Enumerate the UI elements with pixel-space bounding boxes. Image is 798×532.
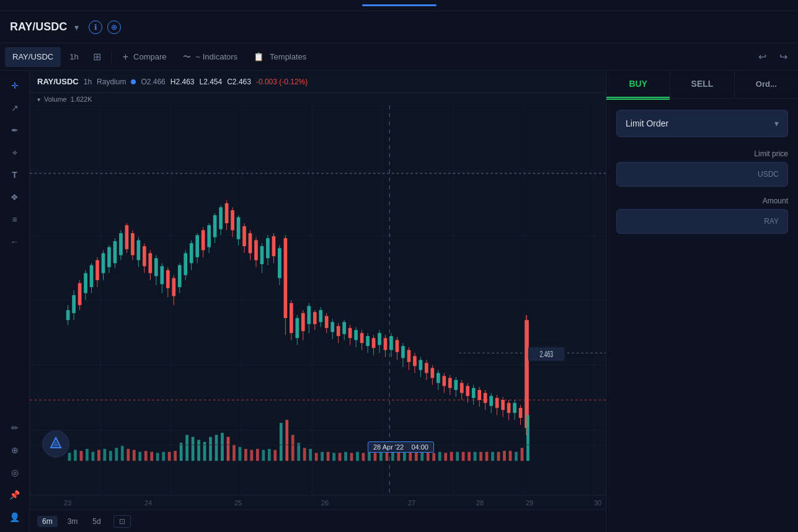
timeline-label-23: 23 <box>64 499 71 507</box>
svg-rect-141 <box>460 383 464 393</box>
svg-rect-79 <box>278 248 282 278</box>
chart-svg-area[interactable]: 2.463 <box>30 105 606 495</box>
svg-rect-89 <box>307 306 311 324</box>
svg-rect-109 <box>366 336 370 346</box>
live-dot <box>131 79 136 84</box>
period-6m[interactable]: 6m <box>37 516 58 527</box>
svg-rect-212 <box>339 453 342 461</box>
svg-rect-210 <box>327 452 330 461</box>
svg-rect-27 <box>125 225 129 249</box>
svg-rect-93 <box>319 310 322 322</box>
trade-body: Limit Order ▾ Limit price USDC Amount RA… <box>606 100 798 532</box>
limit-price-label: Limit price <box>616 149 788 158</box>
info-icon[interactable]: ℹ <box>89 20 102 34</box>
chart-container: RAY/USDC 1h Raydium O2.466 H2.463 L2.454… <box>30 71 606 532</box>
svg-rect-224 <box>409 452 412 461</box>
period-3m[interactable]: 3m <box>63 516 83 527</box>
svg-rect-185 <box>180 443 183 461</box>
svg-rect-217 <box>368 452 371 461</box>
top-bar <box>0 0 798 11</box>
svg-rect-184 <box>174 451 177 461</box>
order-type-dropdown[interactable]: Limit Order ▾ <box>616 110 788 137</box>
svg-rect-169 <box>86 449 89 461</box>
svg-rect-203 <box>285 420 288 461</box>
measure-tool[interactable]: ⌖ <box>5 143 25 162</box>
redo-button[interactable]: ↪ <box>773 47 793 67</box>
svg-rect-241 <box>509 451 512 461</box>
tab-indicators[interactable]: 〜 ~ Indicators <box>175 47 246 67</box>
trading-panel: BUY SELL Ord... Limit Order ▾ Limit pric… <box>606 71 798 532</box>
svg-rect-214 <box>350 453 353 461</box>
svg-rect-243 <box>521 448 524 461</box>
svg-rect-182 <box>162 452 165 461</box>
svg-rect-73 <box>260 246 264 264</box>
arrow-tool[interactable]: ↗ <box>5 98 25 118</box>
svg-rect-168 <box>80 451 83 461</box>
tab-chart-type[interactable]: ⊞ <box>87 47 107 67</box>
svg-rect-63 <box>231 210 234 230</box>
tab-compare[interactable]: + Compare <box>115 47 174 67</box>
svg-rect-11 <box>78 283 82 305</box>
tab-orders[interactable]: Ord... <box>735 71 798 98</box>
logo-tool[interactable]: ◎ <box>5 463 25 482</box>
svg-rect-43 <box>172 278 175 296</box>
svg-rect-239 <box>497 452 500 461</box>
screenshot-button[interactable]: ⊡ <box>113 515 131 528</box>
annotate-tool[interactable]: ✏ <box>5 418 25 438</box>
svg-rect-21 <box>107 247 111 267</box>
chart-low: L2.454 <box>200 78 223 86</box>
text-tool[interactable]: T <box>5 165 25 185</box>
tab-templates[interactable]: 📋 Templates <box>246 47 314 67</box>
amount-input[interactable]: RAY <box>616 209 788 234</box>
svg-rect-95 <box>325 316 329 328</box>
templates-icon: 📋 <box>254 52 264 61</box>
back-tool[interactable]: ← <box>5 232 25 252</box>
profile-tool[interactable]: 👤 <box>5 507 25 527</box>
svg-rect-99 <box>337 326 340 336</box>
svg-rect-153 <box>495 398 499 408</box>
timeline-label-30: 30 <box>594 499 601 507</box>
svg-rect-174 <box>115 448 118 461</box>
svg-rect-13 <box>84 273 87 293</box>
svg-rect-65 <box>237 217 241 239</box>
svg-rect-235 <box>474 452 477 461</box>
svg-rect-111 <box>372 338 376 348</box>
pencil-tool[interactable]: ✒ <box>5 120 25 140</box>
lines-tool[interactable]: ≡ <box>5 210 25 229</box>
pin-tool[interactable]: 📌 <box>5 485 25 505</box>
svg-rect-57 <box>213 215 217 237</box>
svg-rect-97 <box>330 322 334 332</box>
chart-bottom-controls: 6m 3m 5d ⊡ <box>30 510 606 532</box>
tab-sell[interactable]: SELL <box>670 71 734 98</box>
period-5d[interactable]: 5d <box>87 516 105 527</box>
crosshair-tool[interactable]: ✛ <box>5 76 25 95</box>
svg-rect-129 <box>425 363 428 373</box>
svg-rect-37 <box>154 258 158 276</box>
svg-rect-59 <box>219 207 223 229</box>
symbol-pair[interactable]: RAY/USDC <box>10 20 67 33</box>
svg-rect-227 <box>427 452 430 461</box>
undo-button[interactable]: ↩ <box>752 47 772 67</box>
tab-interval[interactable]: 1h <box>62 47 86 67</box>
timeline-label-26: 26 <box>321 499 329 507</box>
chart-watermark-logo <box>42 430 69 458</box>
zoom-tool[interactable]: ⊕ <box>5 440 25 460</box>
svg-rect-180 <box>150 452 153 461</box>
svg-rect-103 <box>348 328 352 338</box>
indicators-icon: 〜 <box>183 51 191 63</box>
svg-rect-232 <box>456 452 459 461</box>
limit-price-input[interactable]: USDC <box>616 162 788 187</box>
tab-pair[interactable]: RAY/USDC <box>5 47 61 67</box>
shapes-tool[interactable]: ❖ <box>5 187 25 207</box>
volume-chevron-icon: ▾ <box>37 96 40 103</box>
svg-rect-231 <box>450 452 453 461</box>
svg-rect-195 <box>239 447 242 461</box>
symbol-chevron-icon[interactable]: ▾ <box>74 22 79 32</box>
svg-rect-159 <box>513 403 516 413</box>
svg-rect-117 <box>389 336 393 350</box>
svg-rect-115 <box>384 338 388 350</box>
svg-rect-157 <box>507 403 511 413</box>
svg-rect-199 <box>262 450 265 461</box>
add-icon[interactable]: ⊕ <box>107 20 121 34</box>
tab-buy[interactable]: BUY <box>606 71 670 98</box>
